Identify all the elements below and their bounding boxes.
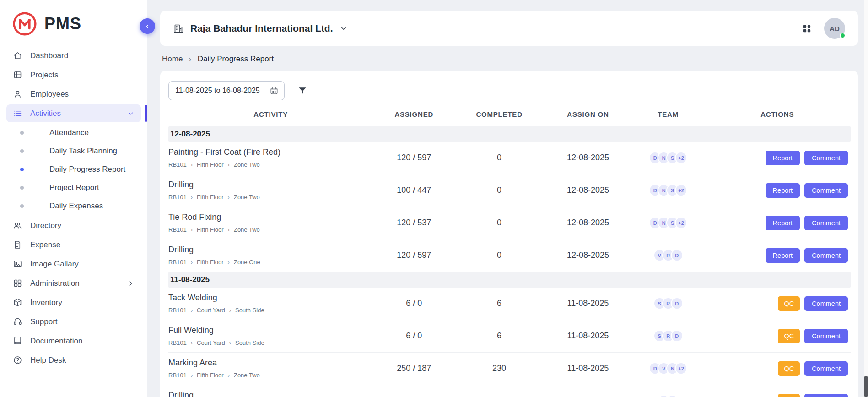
sidebar-collapse-button[interactable]: ‹	[140, 18, 155, 34]
sidebar-item-label: Help Desk	[30, 356, 66, 365]
comment-button[interactable]: Comment	[804, 248, 848, 263]
sidebar-item-inventory[interactable]: Inventory	[6, 294, 141, 311]
comment-button[interactable]: Comment	[804, 329, 848, 343]
sidebar-item-label: Documentation	[30, 337, 82, 346]
sidebar-subitem-project-report[interactable]: Project Report	[0, 179, 147, 197]
comment-button[interactable]: Comment	[804, 296, 848, 311]
row-actions: QCComment	[704, 320, 851, 353]
qc-button[interactable]: QC	[778, 329, 800, 343]
filter-funnel-icon[interactable]	[297, 86, 307, 96]
comment-button[interactable]: Comment	[804, 394, 848, 397]
column-header-assigned: ASSIGNED	[373, 103, 455, 126]
breadcrumb-current: Daily Progress Report	[198, 54, 274, 64]
chevron-right-icon: ›	[189, 54, 191, 64]
row-actions: QCComment	[704, 385, 851, 397]
sidebar-subitem-label: Daily Task Planning	[49, 147, 117, 156]
activity-path: RB101›Fifth Floor›Zone Two	[168, 372, 367, 379]
sidebar-item-support[interactable]: Support	[6, 313, 141, 331]
team-avatar[interactable]: D	[671, 249, 683, 261]
sidebar-subitem-label: Project Report	[49, 183, 99, 192]
qc-button[interactable]: QC	[778, 296, 800, 311]
sidebar-item-activities[interactable]: Activities	[6, 104, 141, 122]
path-segment: Zone Two	[234, 194, 260, 201]
sidebar-item-image-gallary[interactable]: Image Gallary	[6, 255, 141, 273]
comment-button[interactable]: Comment	[804, 183, 848, 198]
table-row: Tie Rod FixingRB101›Fifth Floor›Zone Two…	[168, 207, 851, 239]
assign-on-value: 11-08-2025	[544, 320, 632, 353]
bullet-dot-icon	[20, 186, 24, 190]
assigned-value: 6 / 0	[373, 320, 455, 353]
row-actions: ReportComment	[704, 239, 851, 272]
assign-on-value: 11-08-2025	[544, 385, 632, 397]
team-avatar[interactable]: D	[671, 330, 683, 342]
date-range-input[interactable]: 11-08-2025 to 16-08-2025	[168, 81, 285, 100]
comment-button[interactable]: Comment	[804, 361, 848, 376]
sidebar-subitem-daily-task-planning[interactable]: Daily Task Planning	[0, 142, 147, 160]
chevron-right-icon: ›	[228, 161, 230, 168]
grid-icon[interactable]	[802, 23, 812, 34]
team-avatar[interactable]: +2	[675, 362, 687, 375]
report-button[interactable]: Report	[766, 216, 800, 230]
sidebar-item-help-desk[interactable]: Help Desk	[6, 351, 141, 369]
sidebar-item-directory[interactable]: Directory	[6, 217, 141, 234]
breadcrumb-home-link[interactable]: Home	[162, 54, 183, 64]
home-icon	[13, 51, 22, 60]
column-header-actions: ACTIONS	[704, 103, 851, 126]
user-avatar[interactable]: AD	[824, 18, 845, 39]
assign-on-value: 12-08-2025	[544, 142, 632, 174]
logo: PMS	[0, 0, 147, 44]
breadcrumb: Home › Daily Progress Report	[162, 54, 856, 64]
online-status-dot	[840, 33, 846, 38]
date-range-value: 11-08-2025 to 16-08-2025	[175, 87, 260, 95]
activity-name: Drilling	[168, 180, 367, 190]
qc-button[interactable]: QC	[778, 361, 800, 376]
table-header-row: ACTIVITYASSIGNEDCOMPLETEDASSIGN ONTEAMAC…	[168, 103, 851, 126]
completed-value: 6	[455, 320, 544, 353]
sidebar-subitem-attendance[interactable]: Attendance	[0, 124, 147, 142]
assigned-value: 100 / 447	[373, 174, 455, 207]
sidebar-item-documentation[interactable]: Documentation	[6, 332, 141, 350]
sidebar-subitem-label: Attendance	[49, 128, 89, 137]
report-button[interactable]: Report	[766, 248, 800, 263]
scrollbar-thumb[interactable]	[864, 376, 868, 397]
report-button[interactable]: Report	[766, 183, 800, 198]
team-avatar[interactable]: +2	[675, 184, 687, 196]
activity-path: RB101›Fifth Floor›Zone One	[168, 259, 367, 266]
assigned-value: 6 / 0	[373, 288, 455, 320]
scrollbar[interactable]	[864, 0, 868, 397]
sidebar-item-dashboard[interactable]: Dashboard	[6, 47, 141, 65]
comment-button[interactable]: Comment	[804, 216, 848, 230]
team-avatars: NR	[632, 395, 704, 397]
sidebar-item-administration[interactable]: Administration	[6, 274, 141, 292]
team-avatar[interactable]: +2	[675, 217, 687, 229]
report-button[interactable]: Report	[766, 151, 800, 165]
comment-button[interactable]: Comment	[804, 151, 848, 165]
sidebar-item-expense[interactable]: Expense	[6, 236, 141, 254]
path-segment: Fifth Floor	[197, 372, 224, 379]
team-avatar[interactable]: +2	[675, 152, 687, 164]
team-avatar[interactable]: D	[671, 297, 683, 310]
assign-on-value: 11-08-2025	[544, 288, 632, 320]
sidebar-item-employees[interactable]: Employees	[6, 85, 141, 103]
bullet-dot-icon	[20, 131, 24, 135]
assign-on-value: 11-08-2025	[544, 353, 632, 385]
sidebar-item-label: Projects	[30, 71, 58, 80]
chevron-right-icon: ›	[228, 372, 230, 379]
row-actions: ReportComment	[704, 174, 851, 207]
sidebar-item-projects[interactable]: Projects	[6, 66, 141, 84]
qc-button[interactable]: QC	[778, 394, 800, 397]
sidebar-subitem-daily-progress-report[interactable]: Daily Progress Report	[0, 160, 147, 179]
path-segment: Zone Two	[234, 372, 260, 379]
sidebar-item-label: Administration	[30, 279, 80, 288]
team-avatar[interactable]: R	[666, 395, 679, 397]
company-selector[interactable]: Raja Bahadur International Ltd.	[173, 23, 348, 34]
group-date: 11-08-2025	[168, 272, 851, 288]
kanban-icon	[13, 70, 22, 80]
receipt-icon	[13, 240, 22, 250]
sidebar-item-label: Image Gallary	[30, 260, 79, 269]
group-header-row: 12-08-2025	[168, 126, 851, 142]
help-icon	[13, 355, 22, 365]
activity-path: RB101›Court Yard›South Side	[168, 307, 367, 314]
activity-name: Tie Rod Fixing	[168, 212, 367, 222]
sidebar-subitem-daily-expenses[interactable]: Daily Expenses	[0, 197, 147, 215]
